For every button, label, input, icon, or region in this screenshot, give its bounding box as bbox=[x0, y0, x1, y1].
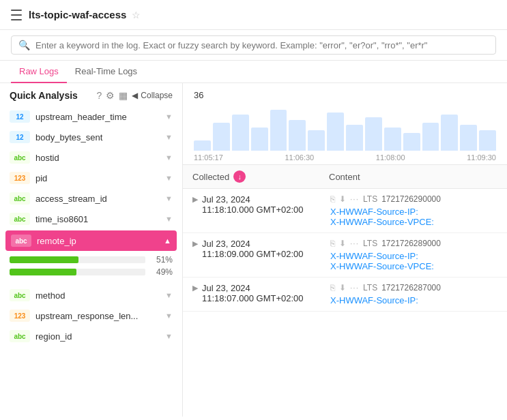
sidebar: Quick Analysis ? ⚙ ▦ ◀ Collapse 12 upstr… bbox=[0, 83, 183, 417]
chart-bar bbox=[403, 133, 420, 151]
dropdown-icon: ▼ bbox=[165, 291, 173, 299]
chart-bar bbox=[346, 125, 363, 151]
favorite-icon[interactable]: ☆ bbox=[132, 10, 141, 20]
settings-icon[interactable]: ⚙ bbox=[106, 90, 115, 101]
type-badge: abc bbox=[10, 151, 30, 164]
expand-icon[interactable]: ▶ bbox=[192, 284, 198, 292]
log-timestamp: 11:18:09.000 GMT+02:00 bbox=[202, 249, 330, 259]
more-icon[interactable]: ··· bbox=[350, 239, 359, 248]
log-field: X-HWWAF-Source-IP: bbox=[330, 295, 497, 305]
dropdown-icon: ▼ bbox=[165, 194, 173, 202]
sort-button[interactable]: ↓ bbox=[233, 170, 246, 183]
download-icon[interactable]: ⬇ bbox=[339, 283, 346, 292]
time-2: 11:08:00 bbox=[376, 153, 405, 162]
sidebar-item-pid[interactable]: 123 pid ▼ bbox=[0, 168, 182, 188]
type-badge: abc bbox=[10, 213, 30, 225]
sidebar-item-region-id[interactable]: abc region_id ▼ bbox=[0, 326, 182, 346]
log-date: Jul 23, 2024 bbox=[202, 283, 330, 293]
download-icon[interactable]: ⬇ bbox=[339, 194, 346, 204]
tab-realtime-logs[interactable]: Real-Time Logs bbox=[67, 61, 145, 83]
chart-bar bbox=[251, 127, 268, 151]
more-icon[interactable]: ··· bbox=[350, 194, 359, 204]
expand-icon[interactable]: ▶ bbox=[192, 195, 198, 204]
collapse-button[interactable]: ◀ Collapse bbox=[132, 91, 173, 100]
search-input[interactable] bbox=[35, 40, 489, 50]
col-content: Content bbox=[329, 172, 497, 182]
log-time: Jul 23, 2024 11:18:10.000 GMT+02:00 bbox=[202, 194, 330, 215]
time-1: 11:06:30 bbox=[285, 153, 314, 162]
dropdown-icon: ▼ bbox=[165, 153, 173, 162]
chart-times: 11:05:17 11:06:30 11:08:00 11:09:30 bbox=[194, 153, 496, 162]
menu-icon[interactable] bbox=[11, 10, 22, 20]
collapse-icon: ◀ bbox=[132, 91, 138, 100]
chart-bars bbox=[194, 103, 496, 151]
log-date: Jul 23, 2024 bbox=[202, 194, 330, 205]
copy-icon[interactable]: ⎘ bbox=[330, 283, 335, 292]
bar-track bbox=[10, 256, 145, 263]
sidebar-item-method[interactable]: abc method ▼ bbox=[0, 285, 182, 305]
app-header: lts-topic-waf-access ☆ bbox=[0, 0, 507, 30]
search-input-wrap[interactable]: 🔍 bbox=[11, 35, 496, 55]
copy-icon[interactable]: ⎘ bbox=[330, 239, 335, 248]
tab-raw-logs[interactable]: Raw Logs bbox=[11, 61, 67, 83]
help-icon[interactable]: ? bbox=[97, 90, 102, 101]
log-id: 1721726289000 bbox=[381, 239, 441, 248]
sidebar-item-upstream-response-len[interactable]: 123 upstream_response_len... ▼ bbox=[0, 305, 182, 326]
item-name: body_bytes_sent bbox=[35, 132, 162, 142]
dropdown-icon: ▼ bbox=[165, 112, 173, 121]
sidebar-item-hostid[interactable]: abc hostid ▼ bbox=[0, 147, 182, 168]
dropdown-icon: ▼ bbox=[165, 133, 173, 141]
copy-icon[interactable]: ⎘ bbox=[330, 194, 335, 204]
type-badge: 123 bbox=[10, 310, 30, 322]
chart-bar bbox=[441, 115, 458, 151]
type-badge: 123 bbox=[10, 172, 30, 184]
sidebar-item-remote-ip[interactable]: abc remote_ip ▲ bbox=[5, 230, 177, 251]
log-fields: X-HWWAF-Source-IP: X-HWWAF-Source-VPCE: bbox=[330, 207, 497, 227]
bar-chart-section: 51% 49% bbox=[0, 252, 182, 285]
chart-bar bbox=[460, 125, 477, 151]
log-time: Jul 23, 2024 11:18:09.000 GMT+02:00 bbox=[202, 239, 330, 259]
time-3: 11:09:30 bbox=[467, 153, 496, 162]
log-meta: ⎘ ⬇ ··· LTS 1721726289000 bbox=[330, 239, 497, 248]
row-main: ▶ Jul 23, 2024 11:18:10.000 GMT+02:00 ⎘ … bbox=[192, 194, 497, 227]
dropdown-icon: ▼ bbox=[165, 312, 173, 320]
lts-badge: LTS bbox=[363, 283, 377, 292]
sidebar-header: Quick Analysis ? ⚙ ▦ ◀ Collapse bbox=[0, 83, 182, 106]
chart-bar bbox=[422, 123, 439, 151]
item-name: upstream_response_len... bbox=[35, 311, 162, 321]
chart-bar bbox=[213, 123, 230, 151]
download-icon[interactable]: ⬇ bbox=[339, 239, 346, 248]
chart-bar bbox=[327, 112, 344, 151]
chart-bar bbox=[194, 140, 211, 151]
table-row: ▶ Jul 23, 2024 11:18:10.000 GMT+02:00 ⎘ … bbox=[183, 189, 507, 233]
sidebar-item-body-bytes-sent[interactable]: 12 body_bytes_sent ▼ bbox=[0, 127, 182, 147]
type-badge: abc bbox=[10, 289, 30, 301]
sidebar-item-upstream-header-time[interactable]: 12 upstream_header_time ▼ bbox=[0, 106, 182, 127]
expand-icon[interactable]: ▶ bbox=[192, 239, 198, 248]
log-right: ⎘ ⬇ ··· LTS 1721726289000 X-HWWAF-Source… bbox=[330, 239, 497, 271]
chart-bar bbox=[289, 120, 306, 151]
dropdown-icon: ▼ bbox=[165, 332, 173, 340]
col-collected: Collected ↓ bbox=[192, 170, 329, 183]
row-main: ▶ Jul 23, 2024 11:18:07.000 GMT+02:00 ⎘ … bbox=[192, 283, 497, 305]
type-badge: 12 bbox=[10, 110, 30, 123]
bar-fill bbox=[10, 256, 78, 263]
log-field: X-HWWAF-Source-VPCE: bbox=[330, 261, 497, 271]
sidebar-item-access-stream-id[interactable]: abc access_stream_id ▼ bbox=[0, 188, 182, 209]
log-id: 1721726287000 bbox=[381, 283, 441, 292]
bar-pct: 49% bbox=[151, 267, 173, 277]
chart-bar bbox=[232, 115, 249, 151]
more-icon[interactable]: ··· bbox=[350, 283, 359, 292]
log-fields: X-HWWAF-Source-IP: bbox=[330, 295, 497, 305]
bar-row-0: 51% bbox=[10, 255, 173, 265]
bar-fill bbox=[10, 269, 76, 275]
col-content-label: Content bbox=[329, 172, 360, 182]
search-bar: 🔍 bbox=[0, 30, 507, 61]
lts-badge: LTS bbox=[363, 194, 377, 204]
log-table: Collected ↓ Content ▶ Jul 23, 2024 11:18… bbox=[183, 165, 507, 417]
type-badge: abc bbox=[10, 330, 30, 342]
layout-icon[interactable]: ▦ bbox=[119, 90, 128, 101]
sidebar-item-time-iso8601[interactable]: abc time_iso8601 ▼ bbox=[0, 209, 182, 229]
item-name: access_stream_id bbox=[35, 194, 162, 204]
log-meta: ⎘ ⬇ ··· LTS 1721726290000 bbox=[330, 194, 497, 204]
